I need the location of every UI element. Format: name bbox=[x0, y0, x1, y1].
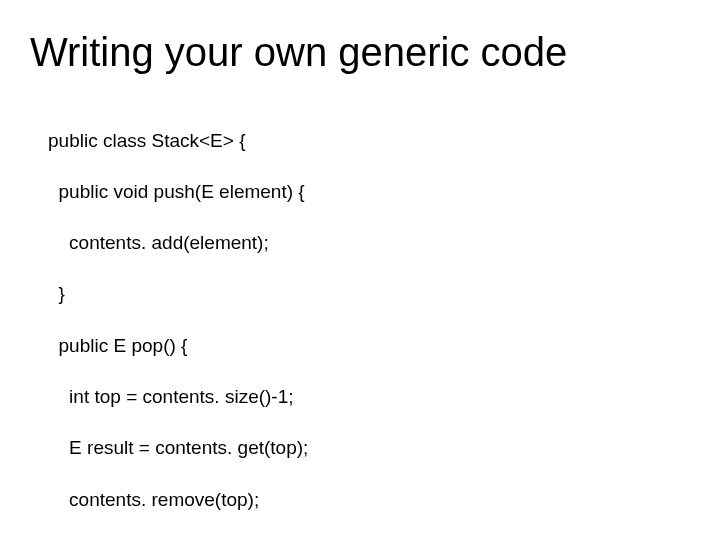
code-line: public class Stack<E> { bbox=[48, 128, 690, 154]
slide-title: Writing your own generic code bbox=[30, 30, 690, 74]
code-block: public class Stack<E> { public void push… bbox=[30, 102, 690, 540]
code-line: contents. add(element); bbox=[48, 230, 690, 256]
code-line: int top = contents. size()-1; bbox=[48, 384, 690, 410]
code-line: contents. remove(top); bbox=[48, 487, 690, 513]
code-line: } bbox=[48, 281, 690, 307]
code-line: E result = contents. get(top); bbox=[48, 435, 690, 461]
slide: Writing your own generic code public cla… bbox=[0, 0, 720, 540]
code-line: public void push(E element) { bbox=[48, 179, 690, 205]
code-line: public E pop() { bbox=[48, 333, 690, 359]
